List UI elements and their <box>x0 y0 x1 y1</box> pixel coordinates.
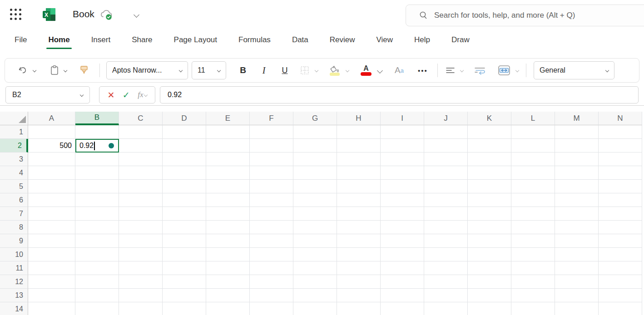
fx-chevron-icon[interactable] <box>144 93 147 97</box>
bold-button[interactable]: B <box>236 62 250 79</box>
cell-L10[interactable] <box>511 248 555 261</box>
cancel-entry-button[interactable]: ✕ <box>107 90 114 100</box>
tab-page-layout[interactable]: Page Layout <box>173 33 218 50</box>
cell-I5[interactable] <box>381 180 424 193</box>
cell-L9[interactable] <box>511 234 555 248</box>
cell-K10[interactable] <box>468 248 511 261</box>
cell-H11[interactable] <box>337 261 381 275</box>
format-painter-button[interactable] <box>77 62 91 79</box>
cell-L1[interactable] <box>511 125 555 139</box>
cell-J11[interactable] <box>424 261 468 275</box>
cell-F1[interactable] <box>250 125 293 139</box>
cell-H14[interactable] <box>337 302 381 315</box>
cell-E8[interactable] <box>206 221 250 234</box>
cell-K13[interactable] <box>468 289 511 302</box>
row-header-2[interactable]: 2 <box>0 139 28 153</box>
cell-N10[interactable] <box>599 248 642 261</box>
cell-E4[interactable] <box>206 166 250 180</box>
cell-K7[interactable] <box>468 207 511 221</box>
app-launcher-icon[interactable] <box>10 9 22 20</box>
undo-button[interactable] <box>16 62 30 79</box>
cell-F13[interactable] <box>250 289 293 302</box>
cell-C3[interactable] <box>119 153 163 166</box>
cell-K5[interactable] <box>468 180 511 193</box>
cell-N2[interactable] <box>599 139 642 153</box>
column-header-G[interactable]: G <box>293 112 337 125</box>
cell-G11[interactable] <box>293 261 337 275</box>
cell-A11[interactable] <box>28 261 75 275</box>
cell-M10[interactable] <box>555 248 599 261</box>
more-font-options-button[interactable]: ••• <box>414 62 432 79</box>
cell-C9[interactable] <box>119 234 163 248</box>
cell-M9[interactable] <box>555 234 599 248</box>
cell-G7[interactable] <box>293 207 337 221</box>
cell-B2[interactable]: 0.92 <box>75 139 119 153</box>
cell-J10[interactable] <box>424 248 468 261</box>
cell-A6[interactable] <box>28 193 75 207</box>
cell-H6[interactable] <box>337 193 381 207</box>
cell-I4[interactable] <box>381 166 424 180</box>
column-header-I[interactable]: I <box>381 112 424 125</box>
cell-A3[interactable] <box>28 153 75 166</box>
cell-G8[interactable] <box>293 221 337 234</box>
cell-H5[interactable] <box>337 180 381 193</box>
cell-C6[interactable] <box>119 193 163 207</box>
row-header-12[interactable]: 12 <box>0 275 28 289</box>
cell-N6[interactable] <box>599 193 642 207</box>
tab-help[interactable]: Help <box>413 33 431 50</box>
cell-C8[interactable] <box>119 221 163 234</box>
cell-B9[interactable] <box>75 234 119 248</box>
tab-review[interactable]: Review <box>329 33 356 50</box>
cell-C4[interactable] <box>119 166 163 180</box>
cell-G9[interactable] <box>293 234 337 248</box>
merge-chevron-icon[interactable] <box>515 69 519 72</box>
insert-function-button[interactable]: fx <box>138 90 143 99</box>
cell-G6[interactable] <box>293 193 337 207</box>
cell-C1[interactable] <box>119 125 163 139</box>
cell-E9[interactable] <box>206 234 250 248</box>
cell-I10[interactable] <box>381 248 424 261</box>
cell-M1[interactable] <box>555 125 599 139</box>
tab-data[interactable]: Data <box>291 33 309 50</box>
cell-D14[interactable] <box>163 302 206 315</box>
cell-A7[interactable] <box>28 207 75 221</box>
cell-G2[interactable] <box>293 139 337 153</box>
cell-C14[interactable] <box>119 302 163 315</box>
cell-F3[interactable] <box>250 153 293 166</box>
cell-N12[interactable] <box>599 275 642 289</box>
cell-J7[interactable] <box>424 207 468 221</box>
cell-J13[interactable] <box>424 289 468 302</box>
column-header-E[interactable]: E <box>206 112 250 125</box>
cell-E13[interactable] <box>206 289 250 302</box>
number-format-select[interactable]: General <box>534 61 614 79</box>
cell-M3[interactable] <box>555 153 599 166</box>
cell-K11[interactable] <box>468 261 511 275</box>
cell-N1[interactable] <box>599 125 642 139</box>
cell-K1[interactable] <box>468 125 511 139</box>
row-header-3[interactable]: 3 <box>0 153 28 166</box>
cell-H8[interactable] <box>337 221 381 234</box>
cell-D7[interactable] <box>163 207 206 221</box>
cell-D4[interactable] <box>163 166 206 180</box>
cell-F12[interactable] <box>250 275 293 289</box>
cell-D13[interactable] <box>163 289 206 302</box>
cell-C13[interactable] <box>119 289 163 302</box>
cell-J1[interactable] <box>424 125 468 139</box>
cell-D1[interactable] <box>163 125 206 139</box>
cell-C11[interactable] <box>119 261 163 275</box>
cell-K2[interactable] <box>468 139 511 153</box>
cell-I11[interactable] <box>381 261 424 275</box>
cell-N4[interactable] <box>599 166 642 180</box>
tab-formulas[interactable]: Formulas <box>238 33 272 50</box>
font-name-select[interactable]: Aptos Narrow... <box>106 61 188 79</box>
cell-F14[interactable] <box>250 302 293 315</box>
cell-E3[interactable] <box>206 153 250 166</box>
cell-N7[interactable] <box>599 207 642 221</box>
cell-F4[interactable] <box>250 166 293 180</box>
cell-E2[interactable] <box>206 139 250 153</box>
cell-L7[interactable] <box>511 207 555 221</box>
cell-A14[interactable] <box>28 302 75 315</box>
cell-A1[interactable] <box>28 125 75 139</box>
cell-L2[interactable] <box>511 139 555 153</box>
cell-N11[interactable] <box>599 261 642 275</box>
